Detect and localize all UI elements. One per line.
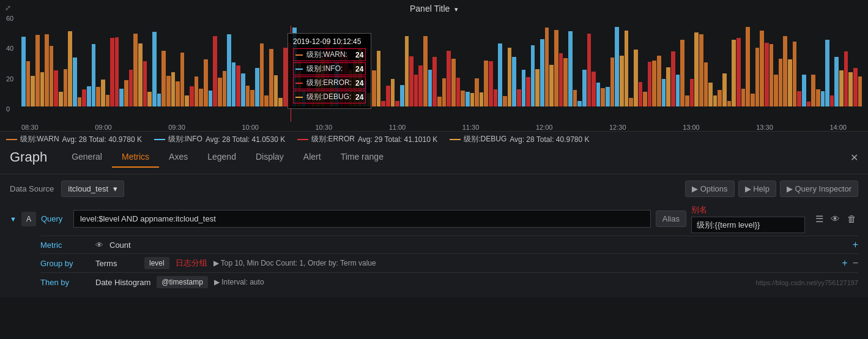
- expand-icon[interactable]: ⤢: [5, 4, 11, 12]
- chart-bar: [592, 72, 596, 106]
- tooltip-color-info: [295, 69, 303, 70]
- chart-bar: [657, 56, 661, 106]
- query-menu-icon[interactable]: ☰: [814, 212, 825, 226]
- chart-bar: [666, 67, 670, 106]
- chart-bar: [793, 42, 797, 106]
- group-by-row: Group by Terms level 日志分组 ▶ Top 10, Min …: [40, 253, 858, 272]
- legend-label-warn: 级别:WARN: [20, 134, 59, 144]
- chart-bar: [466, 92, 470, 106]
- chart-bar: [788, 59, 792, 106]
- x-label-1130: 11:30: [462, 124, 480, 131]
- query-delete-icon[interactable]: 🗑: [845, 212, 858, 226]
- alias-button[interactable]: Alias: [656, 210, 686, 227]
- datasource-right: ▶ Options ▶ Help ▶ Query Inspector: [685, 181, 858, 197]
- chart-bar: [92, 44, 96, 106]
- tooltip-color-error: [295, 83, 303, 84]
- legend-line-warn: [6, 139, 17, 140]
- chart-bar: [620, 56, 624, 106]
- datasource-select[interactable]: itcloud_test ▾: [61, 181, 124, 197]
- chart-bar: [699, 34, 703, 106]
- datasource-value: itcloud_test: [68, 184, 108, 193]
- chart-title-bar: ⤢ Panel Title ▾: [0, 0, 868, 15]
- legend-item-debug: 级别:DEBUG Avg: 28 Total: 40.9780 K: [450, 134, 589, 144]
- chart-bar: [260, 43, 264, 106]
- y-label-40: 40: [6, 45, 13, 52]
- query-inspector-button[interactable]: ▶ Query Inspector: [780, 181, 858, 197]
- chart-bar: [765, 43, 769, 106]
- tab-legend[interactable]: Legend: [198, 147, 246, 168]
- query-row-actions: ☰ 👁 🗑: [814, 212, 858, 226]
- x-label-1000: 10:00: [242, 124, 259, 131]
- group-by-info[interactable]: ▶ Top 10, Min Doc Count: 1, Order by: Te…: [213, 259, 376, 267]
- alias-value-input[interactable]: [691, 217, 805, 233]
- group-by-red-label: 日志分组: [176, 258, 207, 269]
- tab-display[interactable]: Display: [246, 147, 294, 168]
- chart-title-arrow[interactable]: ▾: [454, 6, 458, 13]
- metric-add-button[interactable]: +: [853, 239, 858, 250]
- chart-bar: [634, 50, 638, 106]
- chart-bar: [176, 81, 180, 106]
- legend-stats-info: Avg: 28 Total: 41.0530 K: [206, 135, 285, 144]
- chart-bar: [381, 101, 385, 106]
- chart-bar: [811, 75, 815, 106]
- chart-bar: [839, 70, 844, 106]
- then-by-info[interactable]: ▶ Interval: auto: [214, 278, 264, 286]
- chart-bar: [40, 72, 45, 106]
- chart-bar: [615, 27, 619, 106]
- help-button[interactable]: ▶ Help: [738, 181, 776, 197]
- query-eye-icon[interactable]: 👁: [829, 212, 842, 226]
- chart-bar: [400, 85, 404, 106]
- metric-actions: +: [853, 239, 858, 250]
- chart-bar: [54, 70, 58, 106]
- chart-bar: [848, 72, 853, 106]
- group-by-add-button[interactable]: +: [842, 258, 847, 269]
- chart-bar: [639, 82, 643, 106]
- chart-bar: [662, 79, 666, 106]
- chart-bar: [255, 68, 259, 106]
- chart-bar: [264, 95, 269, 106]
- chart-bar: [391, 79, 395, 106]
- chart-bar: [807, 102, 811, 106]
- chart-bar: [246, 86, 250, 106]
- panel-title: Graph: [10, 149, 47, 165]
- legend-line-info: [154, 139, 165, 140]
- x-label-1400: 14:00: [829, 124, 847, 131]
- chart-bar: [783, 36, 787, 106]
- legend-label-info: 级别:INFO: [168, 134, 202, 144]
- tab-axes[interactable]: Axes: [159, 147, 198, 168]
- legend-bar: 级别:WARN Avg: 28 Total: 40.9780 K 级别:INFO…: [0, 131, 868, 147]
- group-by-remove-button[interactable]: −: [853, 258, 858, 269]
- then-by-field[interactable]: @timestamp: [157, 276, 208, 288]
- query-toggle-arrow[interactable]: ▼: [10, 215, 17, 223]
- chart-bar: [185, 95, 189, 106]
- close-button[interactable]: ✕: [850, 152, 858, 163]
- alias-title: 别名: [691, 204, 707, 215]
- chart-bar: [232, 62, 236, 106]
- chart-bar: [377, 51, 381, 106]
- then-by-type: Date Histogram: [95, 278, 150, 287]
- tab-metrics[interactable]: Metrics: [112, 147, 159, 168]
- y-axis-labels: 60 40 20 0: [6, 15, 13, 113]
- tab-alert[interactable]: Alert: [294, 147, 331, 168]
- chart-bar: [395, 101, 399, 106]
- legend-stats-debug: Avg: 28 Total: 40.9780 K: [510, 135, 589, 144]
- chart-bar: [676, 75, 680, 106]
- x-label-1300: 13:00: [683, 124, 700, 131]
- chart-bar: [722, 73, 727, 106]
- x-label-1230: 12:30: [609, 124, 626, 131]
- chart-bar: [274, 75, 278, 106]
- group-by-field[interactable]: level: [144, 257, 169, 269]
- chart-bar: [755, 48, 760, 106]
- chart-bar: [195, 76, 199, 106]
- chart-bar: [545, 28, 549, 106]
- x-axis-labels: 08:30 09:00 09:30 10:00 10:30 11:00 11:3…: [0, 122, 868, 131]
- tab-general[interactable]: General: [62, 147, 112, 168]
- tab-time-range[interactable]: Time range: [331, 147, 393, 168]
- datasource-row: Data Source itcloud_test ▾ ▶ Options ▶ H…: [10, 181, 858, 197]
- chart-bar: [143, 61, 147, 106]
- chart-bar: [414, 75, 418, 106]
- chart-bar: [685, 95, 689, 106]
- query-input[interactable]: [73, 210, 651, 228]
- metric-eye-icon[interactable]: 👁: [95, 240, 103, 250]
- options-button[interactable]: ▶ Options: [685, 181, 734, 197]
